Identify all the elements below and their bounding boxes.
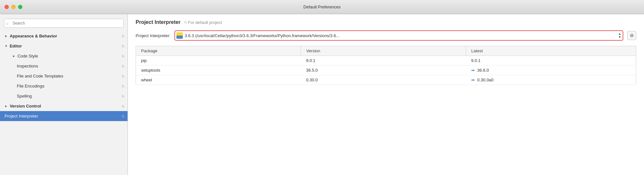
copy-icon: ⎘ [122, 44, 124, 48]
sidebar-item-label: Editor [10, 44, 22, 48]
search-box: ⌕ [4, 19, 124, 28]
main-layout: ⌕ ► Appearance & Behavior ⎘ ▼ Editor ⎘ ►… [0, 14, 644, 175]
copy-icon: ⎘ [122, 34, 124, 38]
svg-point-3 [180, 36, 181, 37]
expand-icon: ► [12, 54, 16, 58]
sidebar-item-label: Project Interpreter [5, 114, 38, 118]
copy-icon: ⎘ [122, 84, 124, 88]
package-version: 0.30.0 [301, 75, 466, 85]
search-input[interactable] [4, 19, 124, 28]
sidebar-item-file-code-templates[interactable]: File and Code Templates ⎘ [0, 71, 128, 81]
sidebar-item-label: File and Code Templates [17, 74, 63, 78]
packages-table: Package Version Latest pip 9.0.1 9.0.1 s… [136, 46, 636, 85]
copy-icon: ⎘ [122, 104, 124, 108]
titlebar: Default Preferences [0, 0, 644, 14]
package-latest: ➡ 36.6.0 [466, 66, 636, 75]
maximize-button[interactable] [18, 5, 22, 9]
sidebar: ⌕ ► Appearance & Behavior ⎘ ▼ Editor ⎘ ►… [0, 14, 128, 175]
close-button[interactable] [5, 5, 9, 9]
package-name: wheel [136, 75, 301, 85]
package-name: pip [136, 56, 301, 66]
expand-icon: ► [5, 34, 8, 38]
interpreter-label: Project Interpreter: [136, 33, 171, 38]
col-header-version: Version [301, 46, 466, 56]
interpreter-row: Project Interpreter: 3.6.3 (/usr/local/C… [136, 30, 636, 41]
sidebar-item-label: Inspections [17, 64, 38, 68]
package-name: setuptools [136, 66, 301, 75]
col-header-latest: Latest [466, 46, 636, 56]
gear-button[interactable]: ⚙ [627, 31, 636, 40]
table-row: setuptools 36.5.0 ➡ 36.6.0 [136, 66, 636, 75]
package-latest: ➡ 0.30.0a0 [466, 75, 636, 85]
sidebar-item-label: Spelling [17, 94, 32, 98]
sidebar-item-label: Code Style [17, 54, 38, 58]
copy-icon: ⎘ [122, 114, 124, 118]
table-row: pip 9.0.1 9.0.1 [136, 56, 636, 66]
copy-icon: ⎘ [122, 74, 124, 78]
collapse-icon: ▼ [5, 44, 8, 48]
copy-icon: ⎘ [122, 64, 124, 68]
sidebar-item-project-interpreter[interactable]: Project Interpreter ⎘ [0, 111, 128, 121]
interpreter-path: 3.6.3 (/usr/local/Cellar/python3/3.6.3/F… [185, 33, 616, 38]
dropdown-arrow[interactable]: ▲ ▼ [618, 32, 621, 39]
content-header: Project Interpreter ⎘ For default projec… [136, 19, 636, 25]
minimize-button[interactable] [11, 5, 16, 9]
package-version: 36.5.0 [301, 66, 466, 75]
sidebar-item-label: Version Control [10, 104, 41, 108]
package-latest: 9.0.1 [466, 56, 636, 66]
package-version: 9.0.1 [301, 56, 466, 66]
content-title: Project Interpreter [136, 19, 181, 25]
sidebar-item-editor[interactable]: ▼ Editor ⎘ [0, 41, 128, 51]
sidebar-item-appearance[interactable]: ► Appearance & Behavior ⎘ [0, 31, 128, 41]
copy-icon: ⎘ [122, 94, 124, 98]
search-icon: ⌕ [6, 21, 8, 26]
update-arrow-icon: ➡ [471, 77, 475, 82]
copy-sm-icon: ⎘ [184, 20, 187, 25]
sidebar-item-spelling[interactable]: Spelling ⎘ [0, 91, 128, 101]
sidebar-item-label: Appearance & Behavior [10, 34, 57, 38]
window-controls [5, 5, 22, 9]
window-title: Default Preferences [304, 5, 341, 9]
sidebar-item-label: File Encodings [17, 84, 44, 88]
content-area: Project Interpreter ⎘ For default projec… [128, 14, 644, 175]
expand-icon: ► [5, 104, 8, 108]
col-header-package: Package [136, 46, 301, 56]
sidebar-item-file-encodings[interactable]: File Encodings ⎘ [0, 81, 128, 91]
update-arrow-icon: ➡ [471, 68, 475, 73]
copy-icon: ⎘ [122, 54, 124, 58]
svg-rect-1 [176, 36, 183, 39]
sidebar-item-code-style[interactable]: ► Code Style ⎘ [0, 51, 128, 61]
content-subtitle: ⎘ For default project [184, 20, 222, 25]
python-icon [176, 32, 183, 39]
sidebar-item-version-control[interactable]: ► Version Control ⎘ [0, 101, 128, 111]
table-row: wheel 0.30.0 ➡ 0.30.0a0 [136, 75, 636, 85]
sidebar-item-inspections[interactable]: Inspections ⎘ [0, 61, 128, 71]
interpreter-select-wrapper[interactable]: 3.6.3 (/usr/local/Cellar/python3/3.6.3/F… [174, 30, 623, 41]
